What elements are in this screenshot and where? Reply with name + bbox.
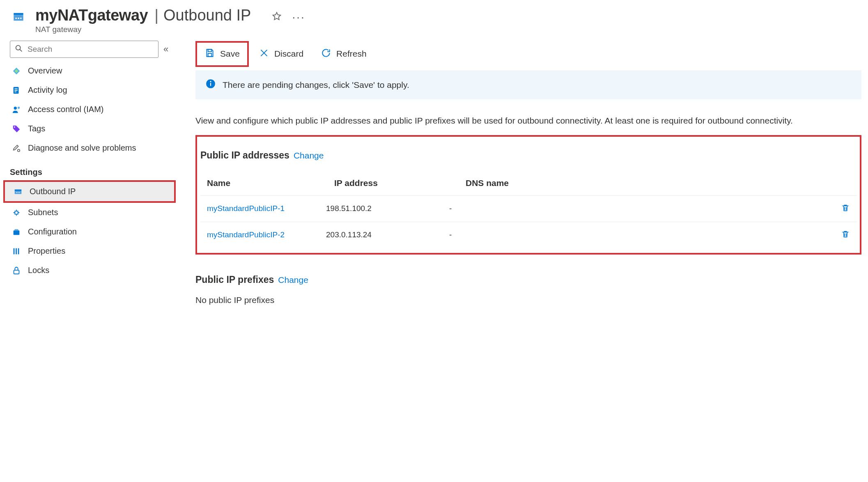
prefixes-empty-text: No public IP prefixes (195, 295, 861, 305)
svg-rect-0 (14, 13, 23, 15)
iam-icon (11, 105, 21, 114)
sidebar-item-locks[interactable]: Locks (10, 261, 181, 280)
search-input[interactable] (28, 45, 154, 54)
collapse-sidebar-button[interactable]: « (163, 44, 168, 55)
prefixes-title: Public IP prefixes (195, 274, 274, 285)
public-ip-change-link[interactable]: Change (294, 151, 324, 161)
delete-ip-button[interactable] (841, 230, 850, 240)
discard-label: Discard (274, 49, 303, 59)
sidebar-item-subnets[interactable]: Subnets (10, 203, 181, 222)
save-icon (204, 48, 215, 60)
svg-point-12 (18, 106, 20, 109)
public-ip-table: Name IP address DNS name myStandardPubli… (200, 171, 857, 248)
ip-name-link[interactable]: myStandardPublicIP-2 (207, 230, 326, 239)
sidebar-item-diagnose[interactable]: Diagnose and solve problems (10, 138, 181, 158)
sidebar-search[interactable] (10, 41, 158, 58)
sidebar-item-tags[interactable]: Tags (10, 119, 181, 138)
svg-point-13 (14, 126, 15, 127)
configuration-icon (11, 227, 21, 236)
col-ip: IP address (334, 178, 457, 188)
sidebar-item-configuration[interactable]: Configuration (10, 222, 181, 241)
svg-rect-8 (14, 88, 17, 89)
refresh-label: Refresh (336, 49, 367, 59)
save-label: Save (220, 49, 240, 59)
sidebar-item-outbound-ip[interactable]: Outbound IP (5, 182, 174, 201)
properties-icon (11, 247, 21, 256)
overview-icon (11, 67, 21, 76)
svg-point-17 (16, 192, 17, 193)
info-text: There are pending changes, click 'Save' … (223, 80, 409, 90)
page-title-main: myNATgateway (35, 7, 148, 24)
prefixes-change-link[interactable]: Change (278, 275, 308, 285)
ip-dns: - (449, 204, 834, 213)
public-ip-prefixes-section: Public IP prefixes Change No public IP p… (195, 274, 861, 305)
main-content: Save Discard Refresh (181, 37, 868, 482)
discard-button[interactable]: Discard (251, 43, 311, 65)
activity-log-icon (11, 86, 21, 95)
subnets-icon (11, 208, 21, 217)
svg-point-19 (19, 192, 20, 193)
svg-rect-9 (14, 90, 17, 91)
title-separator: | (154, 7, 158, 24)
svg-rect-24 (16, 248, 17, 254)
info-banner: There are pending changes, click 'Save' … (195, 70, 861, 99)
svg-rect-32 (210, 83, 211, 86)
svg-rect-26 (14, 270, 19, 274)
ip-address: 198.51.100.2 (326, 204, 449, 213)
svg-rect-10 (14, 91, 16, 92)
sidebar-item-label: Configuration (28, 227, 77, 236)
sidebar-item-label: Access control (IAM) (28, 105, 103, 114)
svg-rect-21 (14, 230, 20, 235)
ip-address: 203.0.113.24 (326, 230, 449, 239)
sidebar-item-label: Activity log (28, 85, 67, 95)
sidebar-item-label: Subnets (28, 208, 58, 217)
sidebar-item-label: Overview (28, 66, 62, 76)
sidebar-item-label: Tags (28, 124, 45, 133)
refresh-button[interactable]: Refresh (313, 43, 374, 65)
sidebar-item-properties[interactable]: Properties (10, 241, 181, 261)
page-header: myNATgateway | Outbound IP ··· NAT gatew… (0, 0, 868, 37)
search-icon (14, 44, 23, 55)
ip-dns: - (449, 230, 834, 239)
ip-name-link[interactable]: myStandardPublicIP-1 (207, 204, 326, 213)
favorite-button[interactable] (271, 11, 282, 23)
table-row: myStandardPublicIP-2 203.0.113.24 - (200, 222, 857, 248)
save-button[interactable]: Save (197, 43, 247, 65)
sidebar-item-label: Locks (28, 266, 49, 275)
discard-icon (259, 48, 269, 60)
page-title-section: Outbound IP (163, 7, 251, 24)
tags-icon (11, 124, 21, 133)
svg-point-14 (18, 149, 20, 151)
table-header-row: Name IP address DNS name (200, 171, 857, 195)
public-ip-title: Public IP addresses (200, 150, 289, 161)
svg-point-4 (20, 18, 22, 19)
sidebar-item-label: Properties (28, 246, 65, 256)
svg-point-33 (210, 81, 211, 82)
svg-rect-22 (14, 229, 18, 231)
description-text: View and configure which public IP addre… (195, 114, 803, 128)
toolbar: Save Discard Refresh (195, 41, 861, 67)
locks-icon (11, 266, 21, 275)
svg-rect-25 (18, 248, 19, 254)
diagnose-icon (11, 144, 21, 153)
sidebar-item-label: Outbound IP (30, 187, 76, 196)
sidebar-item-activity-log[interactable]: Activity log (10, 80, 181, 100)
sidebar-item-iam[interactable]: Access control (IAM) (10, 100, 181, 119)
outbound-ip-icon (13, 187, 23, 196)
svg-point-18 (18, 192, 18, 193)
svg-rect-27 (208, 49, 212, 51)
more-button[interactable]: ··· (292, 11, 305, 23)
table-row: myStandardPublicIP-1 198.51.100.2 - (200, 195, 857, 222)
svg-line-6 (20, 49, 22, 51)
svg-rect-23 (14, 248, 15, 254)
sidebar-header-settings: Settings (10, 158, 181, 180)
svg-rect-20 (15, 211, 18, 214)
nat-gateway-icon (10, 8, 27, 25)
refresh-icon (321, 48, 331, 60)
svg-rect-28 (208, 53, 212, 57)
svg-rect-15 (15, 189, 22, 191)
public-ip-section: Public IP addresses Change Name IP addre… (195, 135, 861, 255)
resource-type-subtitle: NAT gateway (35, 25, 305, 34)
delete-ip-button[interactable] (841, 203, 850, 213)
sidebar-item-overview[interactable]: Overview (10, 61, 181, 80)
